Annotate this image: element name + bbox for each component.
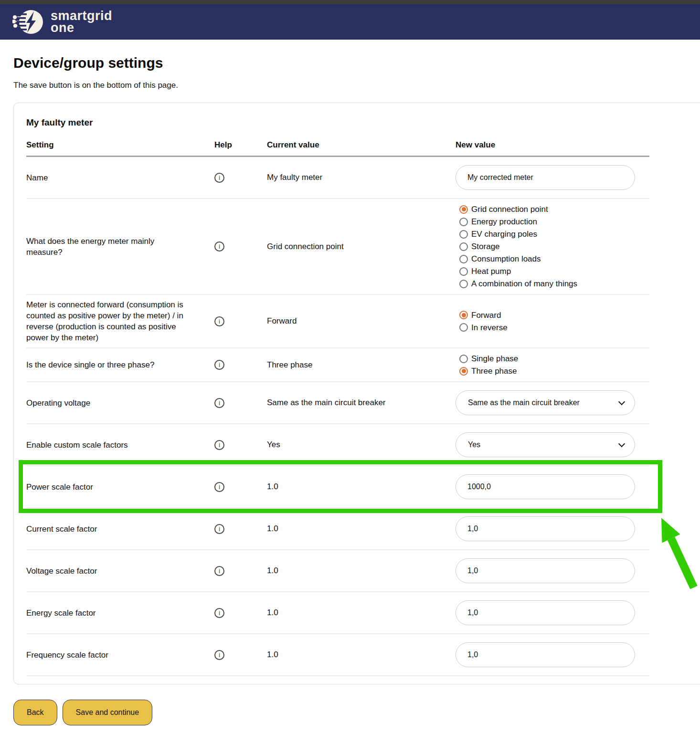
smartgrid-one-logo: smartgrid one xyxy=(12,8,112,36)
setting-label: Name xyxy=(26,172,214,183)
current-value: My faulty meter xyxy=(267,173,322,182)
selected-option-label: Same as the main circuit breaker xyxy=(468,398,580,407)
current-value: 1.0 xyxy=(267,608,278,617)
current-value: Yes xyxy=(267,440,280,449)
table-header-row: Setting Help Current value New value xyxy=(26,140,649,157)
measure-radio-group: Grid connection pointEnergy productionEV… xyxy=(456,203,649,290)
action-buttons: Back Save and continue xyxy=(13,700,700,725)
chevron-down-icon xyxy=(618,440,625,447)
row-operating-voltage: Operating voltage i Same as the main cir… xyxy=(26,382,649,424)
current-value: 1.0 xyxy=(267,650,278,659)
current-value: 1.0 xyxy=(267,566,278,575)
name-input[interactable] xyxy=(456,165,635,190)
radio-icon[interactable] xyxy=(459,242,468,251)
current-value: Grid connection point xyxy=(267,242,344,251)
radio-option-label: Storage xyxy=(471,241,500,252)
radio-option-label: A combination of many things xyxy=(471,278,577,290)
setting-label: Meter is connected forward (consumption … xyxy=(26,299,214,343)
measure-option-3[interactable]: Storage xyxy=(459,241,649,252)
column-header-help: Help xyxy=(214,140,267,150)
lightning-bolt-icon xyxy=(12,8,43,36)
radio-icon[interactable] xyxy=(459,230,468,239)
row-name: Name i My faulty meter xyxy=(26,157,649,199)
setting-label: Energy scale factor xyxy=(26,608,214,619)
settings-table-body: Name i My faulty meter What does the ene… xyxy=(26,157,700,676)
current-value: Forward xyxy=(267,316,297,325)
setting-label: Operating voltage xyxy=(26,398,214,409)
direction-radio-group: ForwardIn reverse xyxy=(456,309,649,334)
current-value: 1.0 xyxy=(267,482,278,491)
radio-icon[interactable] xyxy=(459,255,468,263)
help-info-icon[interactable]: i xyxy=(214,360,224,370)
frequency-scale-factor-input[interactable] xyxy=(456,642,635,667)
radio-icon[interactable] xyxy=(459,323,468,332)
phase-radio-group: Single phaseThree phase xyxy=(456,353,649,377)
current-value: Three phase xyxy=(267,360,312,369)
setting-label: Enable custom scale factors xyxy=(26,440,214,451)
radio-selected-icon[interactable] xyxy=(459,205,468,214)
measure-option-1[interactable]: Energy production xyxy=(459,216,649,228)
back-button[interactable]: Back xyxy=(13,700,57,725)
help-info-icon[interactable]: i xyxy=(214,316,224,326)
setting-label: Current scale factor xyxy=(26,524,214,535)
measure-option-0[interactable]: Grid connection point xyxy=(459,203,649,215)
row-custom-scale-factors: Enable custom scale factors i Yes Yes xyxy=(26,424,649,466)
radio-icon[interactable] xyxy=(459,218,468,226)
help-info-icon[interactable]: i xyxy=(214,482,224,492)
help-info-icon[interactable]: i xyxy=(214,398,224,408)
brand-line2: one xyxy=(51,22,112,34)
save-and-continue-button[interactable]: Save and continue xyxy=(63,700,153,725)
phase-option-1[interactable]: Three phase xyxy=(459,365,649,377)
radio-selected-icon[interactable] xyxy=(459,367,468,376)
help-info-icon[interactable]: i xyxy=(214,241,224,252)
custom-scale-factors-select[interactable]: Yes xyxy=(456,432,635,457)
row-phase: Is the device single or three phase? i T… xyxy=(26,348,649,382)
radio-option-label: Consumption loads xyxy=(471,253,541,265)
row-voltage-scale-factor: Voltage scale factor i 1.0 xyxy=(26,550,649,592)
setting-label: What does the energy meter mainly measur… xyxy=(26,236,214,258)
radio-option-label: Three phase xyxy=(471,365,517,377)
voltage-scale-factor-input[interactable] xyxy=(456,558,635,583)
row-power-scale-factor: Power scale factor i 1.0 xyxy=(26,466,649,508)
radio-option-label: EV charging poles xyxy=(471,228,537,240)
page-subtitle: The save button is on the bottom of this… xyxy=(13,81,700,90)
measure-option-2[interactable]: EV charging poles xyxy=(459,228,649,240)
setting-label: Is the device single or three phase? xyxy=(26,359,214,370)
column-header-setting: Setting xyxy=(26,140,214,150)
direction-option-1[interactable]: In reverse xyxy=(459,322,649,334)
radio-option-label: Grid connection point xyxy=(471,203,548,215)
help-info-icon[interactable]: i xyxy=(214,566,224,576)
measure-option-4[interactable]: Consumption loads xyxy=(459,253,649,265)
row-energy-scale-factor: Energy scale factor i 1.0 xyxy=(26,592,649,634)
window-top-strip xyxy=(0,0,700,4)
radio-icon[interactable] xyxy=(459,280,468,288)
help-info-icon[interactable]: i xyxy=(214,524,224,534)
column-header-current-value: Current value xyxy=(267,140,456,150)
current-scale-factor-input[interactable] xyxy=(456,516,635,541)
radio-icon[interactable] xyxy=(459,355,468,363)
row-frequency-scale-factor: Frequency scale factor i 1.0 xyxy=(26,634,649,676)
operating-voltage-select[interactable]: Same as the main circuit breaker xyxy=(456,390,635,415)
radio-icon[interactable] xyxy=(459,267,468,276)
phase-option-0[interactable]: Single phase xyxy=(459,353,649,365)
energy-scale-factor-input[interactable] xyxy=(456,600,635,625)
direction-option-0[interactable]: Forward xyxy=(459,309,649,321)
setting-label: Frequency scale factor xyxy=(26,650,214,661)
power-scale-factor-input[interactable] xyxy=(456,474,635,499)
row-current-scale-factor: Current scale factor i 1.0 xyxy=(26,508,649,550)
help-info-icon[interactable]: i xyxy=(214,440,224,450)
radio-selected-icon[interactable] xyxy=(459,311,468,319)
measure-option-6[interactable]: A combination of many things xyxy=(459,278,649,290)
help-info-icon[interactable]: i xyxy=(214,608,224,618)
radio-option-label: Heat pump xyxy=(471,265,511,277)
setting-label: Voltage scale factor xyxy=(26,566,214,577)
app-header: smartgrid one xyxy=(0,4,700,40)
column-header-new-value: New value xyxy=(456,140,649,150)
help-info-icon[interactable]: i xyxy=(214,173,224,183)
page-title: Device/group settings xyxy=(13,55,700,71)
row-measure: What does the energy meter mainly measur… xyxy=(26,199,649,295)
setting-label: Power scale factor xyxy=(26,482,214,493)
help-info-icon[interactable]: i xyxy=(214,650,224,660)
device-settings-card: My faulty meter Setting Help Current val… xyxy=(13,103,700,684)
measure-option-5[interactable]: Heat pump xyxy=(459,265,649,277)
